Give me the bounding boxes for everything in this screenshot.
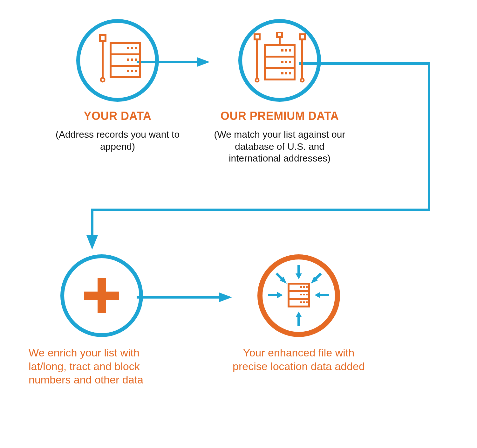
plus-icon (81, 275, 122, 316)
svg-rect-37 (281, 72, 283, 74)
circle-enrich (60, 254, 143, 337)
svg-rect-39 (289, 72, 291, 74)
svg-marker-2 (86, 235, 98, 250)
svg-rect-25 (300, 34, 305, 39)
svg-marker-59 (277, 292, 283, 298)
server-multi-icon (249, 32, 310, 89)
step-title: OUR PREMIUM DATA (221, 109, 339, 123)
svg-rect-18 (131, 70, 133, 72)
svg-rect-20 (255, 34, 260, 39)
server-single-icon (92, 33, 143, 87)
svg-point-7 (101, 78, 105, 82)
svg-rect-35 (285, 61, 287, 63)
svg-marker-55 (296, 273, 302, 279)
step-your-data: YOUR DATA (Address records you want to a… (51, 19, 184, 152)
step-subtitle: We enrich your list with lat/long, tract… (29, 346, 162, 387)
svg-rect-33 (289, 49, 291, 52)
svg-rect-50 (306, 294, 308, 295)
svg-rect-51 (300, 301, 302, 303)
step-subtitle: (Address records you want to append) (51, 128, 184, 152)
svg-rect-36 (289, 61, 291, 63)
step-title: YOUR DATA (84, 109, 151, 123)
svg-marker-1 (197, 57, 210, 67)
svg-rect-38 (285, 72, 287, 74)
svg-rect-44 (289, 299, 309, 307)
svg-rect-45 (300, 286, 302, 288)
svg-rect-17 (127, 70, 129, 72)
svg-rect-41 (84, 292, 119, 300)
step-enrich: We enrich your list with lat/long, tract… (29, 254, 162, 387)
svg-rect-13 (135, 47, 137, 49)
svg-rect-52 (303, 301, 305, 303)
svg-rect-32 (285, 49, 287, 52)
step-our-premium-data: OUR PREMIUM DATA (We match your list aga… (210, 19, 350, 164)
server-arrows-in-icon (264, 261, 334, 331)
svg-rect-23 (277, 32, 282, 37)
svg-point-27 (301, 79, 304, 82)
step-subtitle: (We match your list against our database… (210, 128, 350, 164)
svg-rect-48 (300, 294, 302, 295)
step-subtitle: Your enhanced file with precise location… (232, 346, 365, 373)
svg-rect-12 (131, 47, 133, 49)
svg-rect-49 (303, 294, 305, 295)
process-diagram: YOUR DATA (Address records you want to a… (0, 0, 477, 448)
svg-rect-5 (100, 35, 106, 41)
svg-rect-43 (289, 291, 309, 299)
svg-rect-19 (135, 70, 137, 72)
svg-rect-53 (306, 301, 308, 303)
svg-rect-42 (289, 284, 309, 291)
svg-rect-46 (303, 286, 305, 288)
svg-point-22 (256, 79, 259, 82)
step-result: Your enhanced file with precise location… (232, 254, 365, 373)
circle-your-data (76, 19, 159, 102)
circle-result (257, 254, 340, 337)
svg-rect-31 (281, 49, 283, 52)
svg-marker-57 (296, 312, 302, 317)
circle-our-premium-data (238, 19, 321, 102)
svg-rect-11 (127, 47, 129, 49)
svg-rect-16 (135, 59, 137, 61)
svg-rect-34 (281, 61, 283, 63)
svg-rect-14 (127, 59, 129, 61)
svg-rect-47 (306, 286, 308, 288)
svg-marker-4 (219, 293, 232, 302)
svg-marker-61 (315, 292, 320, 298)
svg-rect-15 (131, 59, 133, 61)
